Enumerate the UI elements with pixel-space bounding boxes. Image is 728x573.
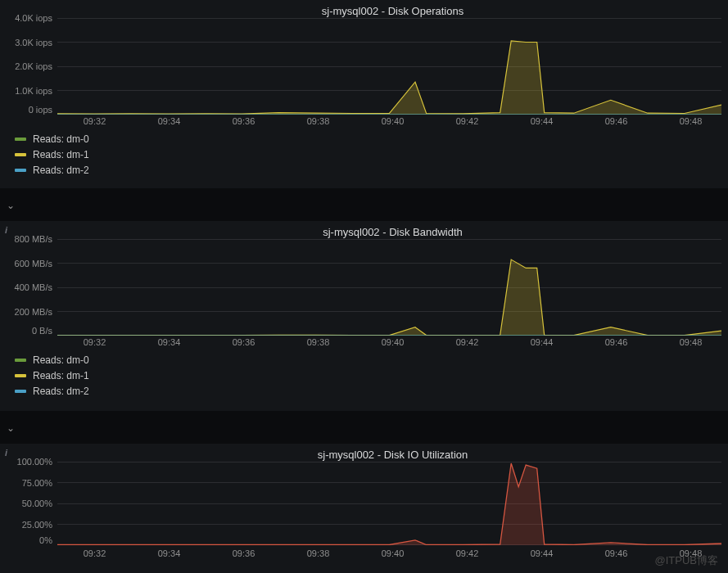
x-tick: 09:38 xyxy=(307,116,330,126)
x-tick: 09:42 xyxy=(456,337,479,347)
info-icon[interactable]: i xyxy=(5,225,7,235)
legend-item-dm2[interactable]: Reads: dm-2 xyxy=(15,383,89,399)
x-tick: 09:34 xyxy=(158,337,181,347)
panel-title: sj-mysql002 - Disk Bandwidth xyxy=(57,226,728,238)
x-tick: 09:44 xyxy=(531,116,554,126)
x-tick: 09:34 xyxy=(158,548,181,558)
x-tick: 09:46 xyxy=(605,116,628,126)
legend-item-dm0[interactable]: Reads: dm-0 xyxy=(15,131,89,147)
x-tick: 09:48 xyxy=(680,116,703,126)
chart-disk-operations[interactable]: 0 iops 1.0K iops 2.0K iops 3.0K iops 4.0… xyxy=(0,18,721,115)
chart-disk-bandwidth[interactable]: 0 B/s 200 MB/s 400 MB/s 600 MB/s 800 MB/… xyxy=(0,239,721,336)
x-tick: 09:32 xyxy=(84,116,106,126)
x-tick: 09:42 xyxy=(456,548,479,558)
chevron-down-icon: ⌄ xyxy=(7,422,15,434)
panel-disk-bandwidth: i sj-mysql002 - Disk Bandwidth 0 B/s 200… xyxy=(0,221,728,411)
x-tick: 09:36 xyxy=(233,116,255,126)
row-collapse-bar[interactable]: ⌄ xyxy=(0,188,728,221)
chart-disk-io-util[interactable]: 0% 25.00% 50.00% 75.00% 100.00% xyxy=(0,462,721,545)
x-tick: 09:48 xyxy=(680,337,703,347)
panel-disk-io-utilization: i sj-mysql002 - Disk IO Utilization 0% 2… xyxy=(0,444,728,573)
x-tick: 09:40 xyxy=(382,548,405,558)
watermark: @ITPUB博客 xyxy=(655,553,718,568)
plot-svg xyxy=(57,18,721,115)
x-tick: 09:36 xyxy=(233,548,255,558)
plot-svg xyxy=(57,462,721,545)
legend-item-dm2[interactable]: Reads: dm-2 xyxy=(15,162,89,178)
legend: Reads: dm-0 Reads: dm-1 Reads: dm-2 xyxy=(15,352,89,399)
x-tick: 09:32 xyxy=(84,337,106,347)
x-tick: 09:38 xyxy=(307,337,330,347)
y-axis: 0% 25.00% 50.00% 75.00% 100.00% xyxy=(0,462,57,545)
x-tick: 09:44 xyxy=(531,337,554,347)
x-tick: 09:40 xyxy=(382,337,405,347)
x-tick: 09:46 xyxy=(605,337,628,347)
legend-item-dm0[interactable]: Reads: dm-0 xyxy=(15,352,89,368)
row-collapse-bar[interactable]: ⌄ xyxy=(0,411,728,444)
chevron-down-icon: ⌄ xyxy=(7,200,15,211)
legend: Reads: dm-0 Reads: dm-1 Reads: dm-2 xyxy=(15,131,89,178)
panel-disk-operations: sj-mysql002 - Disk Operations 0 iops 1.0… xyxy=(0,0,728,188)
x-tick: 09:32 xyxy=(84,548,106,558)
x-tick: 09:36 xyxy=(233,337,255,347)
y-axis: 0 B/s 200 MB/s 400 MB/s 600 MB/s 800 MB/… xyxy=(0,239,57,336)
panel-title: sj-mysql002 - Disk Operations xyxy=(57,5,728,17)
legend-item-dm1[interactable]: Reads: dm-1 xyxy=(15,368,89,383)
plot-svg xyxy=(57,239,721,336)
legend-item-dm1[interactable]: Reads: dm-1 xyxy=(15,147,89,162)
x-tick: 09:38 xyxy=(307,548,330,558)
panel-title: sj-mysql002 - Disk IO Utilization xyxy=(57,449,728,461)
x-tick: 09:42 xyxy=(456,116,479,126)
x-tick: 09:40 xyxy=(382,116,405,126)
dashboard: sj-mysql002 - Disk Operations 0 iops 1.0… xyxy=(0,0,728,573)
info-icon[interactable]: i xyxy=(5,448,7,458)
x-tick: 09:34 xyxy=(158,116,181,126)
x-tick: 09:44 xyxy=(531,548,554,558)
y-axis: 0 iops 1.0K iops 2.0K iops 3.0K iops 4.0… xyxy=(0,18,57,115)
x-tick: 09:46 xyxy=(605,548,628,558)
